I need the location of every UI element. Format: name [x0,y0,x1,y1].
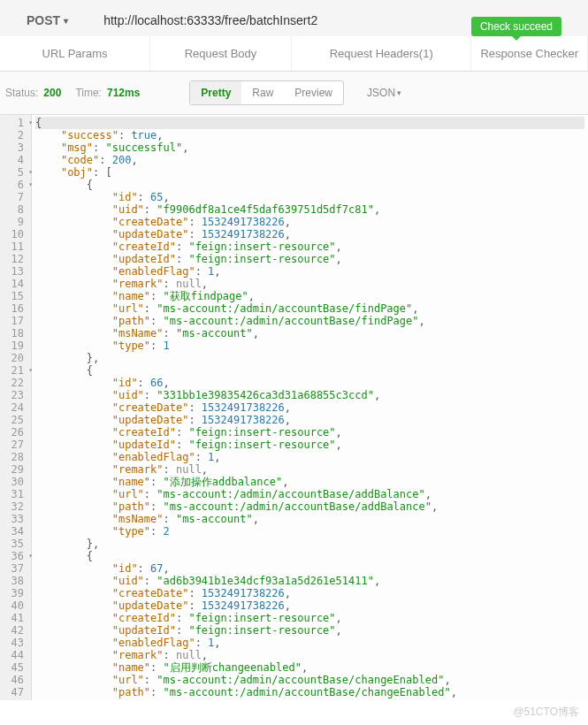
line-number: 12 [4,253,24,265]
code-line[interactable]: }, [35,352,584,364]
code-line[interactable]: "id": 66, [35,377,584,389]
code-line[interactable]: { [35,550,584,562]
line-number: 4 [4,154,24,166]
line-number: 38 [4,575,24,587]
line-number: 23 [4,389,24,401]
code-line[interactable]: "id": 65, [35,191,584,203]
code-line[interactable]: "createDate": 1532491738226, [35,216,584,228]
line-number: 7 [4,191,24,203]
code-line[interactable]: "name": "启用判断changeenabled", [35,661,584,674]
code-line[interactable]: "createId": "feign:insert-resource", [35,612,584,624]
code-line[interactable]: "path": "ms-account:/admin/accountBase/f… [35,315,584,327]
code-line[interactable]: "createDate": 1532491738226, [35,587,584,599]
status-code: 200 [43,87,61,99]
line-number: 31 [4,488,24,500]
code-line[interactable]: "msName": "ms-account", [35,327,584,340]
time-label: Time: [75,87,102,99]
code-line[interactable]: }, [35,538,584,550]
line-number: 43 [4,637,24,649]
code-line[interactable]: "id": 67, [35,562,584,575]
line-number: 17 [4,315,24,327]
line-number: 40 [4,599,24,612]
http-method-select[interactable]: POST ▾ [27,13,68,27]
code-line[interactable]: "enabledFlag": 1, [35,265,584,278]
view-raw-button[interactable]: Raw [241,81,284,104]
request-tabs: Check succeed URL Params Request Body Re… [0,36,588,72]
line-number: 14 [4,278,24,290]
code-line[interactable]: "updateId": "feign:insert-resource", [35,439,584,451]
tab-url-params[interactable]: URL Params [0,36,150,71]
check-succeed-badge: Check succeed [471,17,561,36]
line-number: 21 [4,364,24,377]
view-pretty-button[interactable]: Pretty [190,81,241,104]
code-line[interactable]: "remark": null, [35,649,584,661]
line-number: 1 [4,117,24,129]
time-value: 712ms [107,87,140,99]
line-number: 30 [4,476,24,488]
view-mode-toggle: Pretty Raw Preview [189,80,344,105]
code-line[interactable]: "name": "添加操作addbalance", [35,476,584,488]
code-line[interactable]: { [35,179,584,191]
line-number: 24 [4,401,24,414]
code-line[interactable]: "uid": "331bb1e39835426ca3d31a68855c3ccd… [35,389,584,401]
tab-request-body[interactable]: Request Body [150,36,292,71]
line-number: 13 [4,265,24,278]
code-line[interactable]: "remark": null, [35,278,584,290]
code-line[interactable]: "uid": "ad6b3941b1e34dcf93a1a5d261e51411… [35,575,584,587]
view-preview-button[interactable]: Preview [284,81,343,104]
code-line[interactable]: "updateId": "feign:insert-resource", [35,624,584,637]
response-editor[interactable]: 1234567891011121314151617181920212223242… [0,114,588,700]
code-line[interactable]: "createId": "feign:insert-resource", [35,426,584,439]
line-number: 33 [4,513,24,525]
code-line[interactable]: "code": 200, [35,154,584,166]
code-line[interactable]: "type": 1 [35,340,584,352]
code-line[interactable]: "updateId": "feign:insert-resource", [35,253,584,265]
code-line[interactable]: { [35,364,584,377]
code-line[interactable]: "createId": "feign:insert-resource", [35,240,584,253]
code-line[interactable]: "path": "ms-account:/admin/accountBase/c… [35,686,584,698]
line-number: 25 [4,414,24,426]
line-number: 15 [4,290,24,302]
line-number: 26 [4,426,24,439]
code-line[interactable]: "msName": "ms-account", [35,513,584,525]
code-line[interactable]: "success": true, [35,129,584,141]
line-number: 44 [4,649,24,661]
code-line[interactable]: "enabledFlag": 1, [35,451,584,463]
code-line[interactable]: "createDate": 1532491738226, [35,401,584,414]
line-number: 6 [4,179,24,191]
line-number: 5 [4,166,24,179]
line-number: 34 [4,525,24,538]
tab-request-headers[interactable]: Request Headers(1) [292,36,471,71]
code-line[interactable]: "enabledFlag": 1, [35,637,584,649]
line-number: 28 [4,451,24,463]
format-select[interactable]: JSON ▾ [367,87,401,99]
code-line[interactable]: "updateDate": 1532491738226, [35,228,584,240]
line-number: 37 [4,562,24,575]
code-line[interactable]: "path": "ms-account:/admin/accountBase/a… [35,500,584,513]
code-line[interactable]: "obj": [ [35,166,584,179]
line-number: 29 [4,463,24,476]
code-area[interactable]: { "success": true, "msg": "successful", … [32,115,588,700]
format-label: JSON [367,87,395,99]
code-line[interactable]: "url": "ms-account:/admin/accountBase/ad… [35,488,584,500]
code-line[interactable]: "updateDate": 1532491738226, [35,414,584,426]
line-number: 19 [4,340,24,352]
code-line[interactable]: "msg": "successful", [35,141,584,154]
code-line[interactable]: "url": "ms-account:/admin/accountBase/ch… [35,674,584,686]
line-number: 45 [4,661,24,674]
code-line[interactable]: "updateDate": 1532491738226, [35,599,584,612]
code-line[interactable]: "url": "ms-account:/admin/accountBase/fi… [35,302,584,315]
response-status-bar: Status: 200 Time: 712ms Pretty Raw Previ… [0,72,588,114]
code-line[interactable]: "name": "获取findpage", [35,290,584,302]
line-number: 36 [4,550,24,562]
code-line[interactable]: { [35,117,584,129]
code-line[interactable]: "uid": "f9906df8a1ce4f5daf639751d5df7c81… [35,203,584,216]
line-number: 8 [4,203,24,216]
line-number: 39 [4,587,24,599]
status-label: Status: [5,87,38,99]
line-number: 41 [4,612,24,624]
line-number: 3 [4,141,24,154]
code-line[interactable]: "type": 2 [35,525,584,538]
code-line[interactable]: "remark": null, [35,463,584,476]
tab-response-checker[interactable]: Response Checker [471,36,588,71]
